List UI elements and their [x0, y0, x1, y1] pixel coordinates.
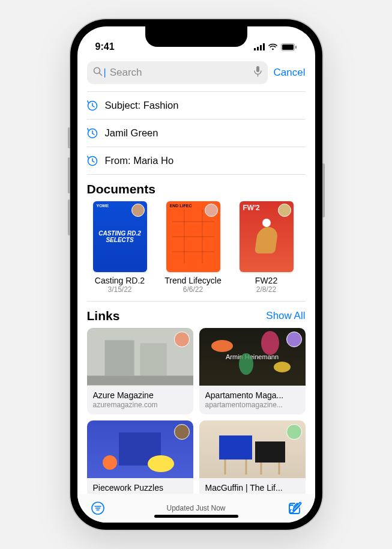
- documents-header: Documents: [87, 175, 306, 201]
- document-date: 3/15/22: [87, 285, 153, 294]
- link-macguffin[interactable]: MacGuffin | The Lif...: [199, 420, 306, 494]
- svg-point-29: [148, 455, 174, 472]
- document-date: 2/8/22: [234, 285, 300, 294]
- cancel-button[interactable]: Cancel: [274, 67, 306, 79]
- document-trend[interactable]: END LIFEC Trend Lifecycle 6/6/22: [160, 201, 226, 294]
- svg-point-26: [274, 362, 291, 372]
- cellular-icon: [254, 43, 265, 50]
- svg-rect-31: [255, 441, 285, 463]
- suggestions-list: Subject: Fashion Jamil Green From: Maria…: [87, 91, 306, 175]
- avatar: [174, 332, 190, 347]
- suggestion-label: Jamil Green: [105, 127, 158, 139]
- screen: 9:41 |: [77, 26, 315, 523]
- link-thumbnail: [199, 420, 306, 478]
- svg-rect-22: [87, 375, 193, 385]
- avatar: [131, 204, 145, 217]
- documents-title: Documents: [87, 182, 155, 196]
- link-azure[interactable]: Azure Magazine azuremagazine.com: [87, 328, 193, 414]
- svg-rect-0: [254, 48, 256, 50]
- link-title: Azure Magazine: [93, 390, 187, 401]
- link-title: Apartamento Maga...: [205, 390, 300, 401]
- links-title: Links: [87, 309, 120, 323]
- link-apartamento[interactable]: Armin Heinemann Apartamento Maga... apar…: [199, 328, 306, 414]
- document-name: Trend Lifecycle: [160, 276, 226, 285]
- compose-icon[interactable]: [288, 501, 302, 515]
- documents-row: YOME CASTING RD.2 SELECTS Casting RD.2 3…: [87, 201, 306, 302]
- svg-point-25: [239, 353, 253, 375]
- avatar: [278, 204, 291, 217]
- svg-rect-9: [256, 66, 259, 72]
- filter-icon[interactable]: [91, 501, 105, 515]
- svg-point-28: [103, 455, 117, 470]
- avatar: [205, 204, 218, 217]
- status-time: 9:41: [95, 41, 115, 52]
- suggestion-jamil-green[interactable]: Jamil Green: [87, 120, 306, 147]
- link-thumbnail: [87, 420, 193, 478]
- suggestion-subject-fashion[interactable]: Subject: Fashion: [87, 91, 306, 120]
- toolbar: Updated Just Now: [77, 494, 315, 523]
- microphone-icon[interactable]: [254, 66, 262, 79]
- svg-rect-5: [282, 44, 294, 50]
- svg-rect-30: [219, 435, 252, 460]
- show-all-button[interactable]: Show All: [266, 310, 305, 322]
- svg-rect-6: [295, 46, 297, 49]
- recent-icon: [87, 156, 98, 166]
- link-thumbnail: Armin Heinemann: [199, 328, 306, 386]
- link-piecework[interactable]: Piecework Puzzles: [87, 420, 193, 494]
- phone-frame: 9:41 |: [70, 19, 322, 530]
- link-domain: apartamentomagazine...: [205, 401, 300, 409]
- document-name: FW22: [234, 276, 300, 285]
- search-field[interactable]: |: [87, 61, 268, 84]
- avatar: [286, 332, 302, 347]
- notch: [145, 26, 247, 47]
- svg-rect-3: [263, 43, 265, 50]
- link-domain: azuremagazine.com: [93, 401, 187, 409]
- search-icon: [93, 67, 103, 79]
- document-date: 6/6/22: [160, 285, 226, 294]
- recent-icon: [87, 100, 98, 111]
- document-name: Casting RD.2: [87, 276, 153, 285]
- document-thumbnail: END LIFEC: [166, 201, 220, 272]
- document-thumbnail: FW'2: [240, 201, 294, 272]
- search-input[interactable]: [110, 67, 250, 79]
- link-title: MacGuffin | The Lif...: [205, 482, 300, 493]
- svg-rect-2: [260, 45, 262, 50]
- suggestion-from-maria-ho[interactable]: From: Maria Ho: [87, 147, 306, 175]
- suggestion-label: Subject: Fashion: [105, 100, 179, 111]
- home-indicator[interactable]: [154, 515, 238, 518]
- svg-rect-1: [257, 47, 259, 50]
- document-casting[interactable]: YOME CASTING RD.2 SELECTS Casting RD.2 3…: [87, 201, 153, 294]
- battery-icon: [281, 43, 297, 51]
- search-row: | Cancel: [87, 61, 306, 84]
- wifi-icon: [268, 43, 278, 50]
- svg-point-24: [261, 331, 279, 355]
- svg-point-23: [211, 340, 233, 352]
- link-thumbnail: [87, 328, 193, 386]
- document-thumbnail: YOME CASTING RD.2 SELECTS: [93, 201, 147, 272]
- toolbar-status: Updated Just Now: [166, 504, 225, 512]
- text-cursor: |: [104, 67, 106, 78]
- svg-rect-20: [104, 340, 134, 375]
- links-header: Links Show All: [87, 302, 306, 328]
- recent-icon: [87, 128, 98, 139]
- document-fw22[interactable]: FW'2 FW22 2/8/22: [234, 201, 300, 294]
- link-title: Piecework Puzzles: [93, 482, 187, 493]
- avatar: [286, 424, 302, 440]
- svg-rect-21: [140, 343, 166, 375]
- suggestion-label: From: Maria Ho: [105, 155, 174, 166]
- links-grid: Azure Magazine azuremagazine.com Armin H…: [87, 328, 306, 494]
- avatar: [174, 424, 190, 440]
- svg-line-8: [99, 73, 101, 76]
